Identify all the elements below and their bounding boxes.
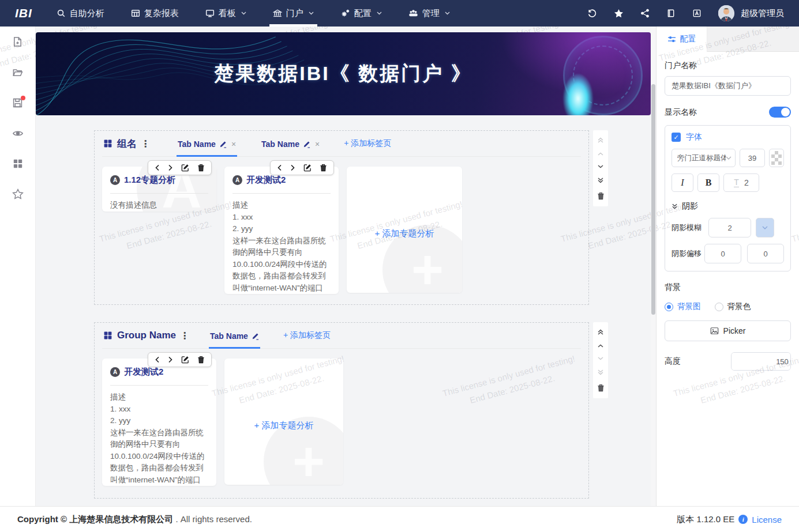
add-tab-button[interactable]: + 添加标签页 [344, 138, 391, 149]
edit-pencil-icon[interactable] [252, 333, 259, 340]
portal-name-input[interactable] [665, 76, 791, 96]
username-label: 超级管理员 [741, 8, 784, 19]
analysis-card[interactable]: A 开发测试2 描述 1. xxx 2. yyy 这样一来在这台路由器所统御的网… [102, 359, 216, 486]
add-analysis-card[interactable]: + 添加专题分析 + [224, 359, 343, 485]
nav-item-self-analysis[interactable]: 自助分析 [57, 0, 104, 27]
bold-button[interactable]: B [697, 173, 719, 192]
tab-item[interactable]: Tab Name [209, 323, 260, 349]
tab-item[interactable]: Tab Name × [177, 131, 237, 157]
move-left-icon[interactable] [277, 164, 282, 171]
preview-eye-icon[interactable] [12, 128, 24, 139]
license-link[interactable]: License [752, 515, 782, 525]
group-grid-icon [103, 331, 112, 340]
user-avatar[interactable] [718, 5, 734, 21]
portal-banner[interactable]: 楚果数据IBI《 数据门户 》 [36, 32, 651, 115]
app-logo[interactable]: IBI [15, 6, 32, 20]
new-file-icon[interactable] [12, 36, 23, 47]
shadow-offset-y-input[interactable] [747, 244, 784, 263]
tab-config[interactable]: 配置 [657, 27, 707, 52]
config-panel: 配置 门户名称 显示名称 ✓ 字体 旁门正道标题体 [656, 27, 799, 506]
delete-card-icon[interactable] [197, 356, 205, 364]
edit-pencil-icon[interactable] [219, 141, 227, 148]
group-more-menu[interactable]: ⋮ [141, 138, 150, 149]
move-right-icon[interactable] [290, 164, 295, 171]
shadow-blur-input[interactable] [708, 218, 751, 237]
move-top-icon[interactable] [597, 329, 604, 335]
display-name-toggle[interactable] [769, 107, 791, 118]
move-top-icon[interactable] [597, 137, 604, 144]
nav-item-portal[interactable]: 门户 [273, 0, 314, 27]
edit-card-icon[interactable] [181, 164, 189, 172]
move-down-icon[interactable] [597, 164, 604, 169]
font-color-swatch[interactable] [769, 149, 784, 167]
move-up-icon[interactable] [597, 344, 604, 348]
nav-item-dashboard[interactable]: 看板 [205, 0, 246, 27]
grid-layout-icon[interactable] [13, 159, 23, 169]
move-right-icon[interactable] [168, 356, 173, 363]
shadow-offset-x-input[interactable] [704, 244, 741, 263]
nav-item-complex-report[interactable]: 复杂报表 [131, 0, 179, 27]
group-row: Group Name ⋮ Tab Name + 添加标签页 [94, 322, 651, 499]
scrollbar-thumb[interactable] [651, 84, 655, 315]
tab-item[interactable]: Tab Name × [260, 131, 321, 157]
translate-doc-icon[interactable] [692, 9, 702, 18]
add-analysis-card[interactable]: + 添加专题分析 + [347, 167, 462, 293]
chevron-down-icon [241, 12, 246, 15]
move-left-icon[interactable] [155, 356, 160, 363]
move-bottom-icon[interactable] [597, 177, 604, 184]
font-checkbox[interactable]: ✓ [672, 133, 681, 142]
move-up-icon[interactable] [597, 152, 604, 156]
display-name-label: 显示名称 [665, 107, 697, 118]
move-bottom-icon[interactable] [597, 369, 604, 376]
portal-canvas: 楚果数据IBI《 数据门户 》 组名 ⋮ Tab Name × [36, 27, 656, 506]
chevron-down-icon [377, 12, 382, 15]
background-label: 背景 [665, 282, 791, 293]
add-tab-button[interactable]: + 添加标签页 [283, 330, 331, 341]
group-name: 组名 [117, 137, 137, 150]
analysis-card[interactable]: A 开发测试2 描述 1. xxx 2. yyy 这样一来在这台路由器所统御的网… [224, 167, 339, 294]
move-right-icon[interactable] [168, 164, 173, 171]
portal-bank-icon [273, 9, 282, 18]
top-navbar: IBI 自助分析 复杂报表 看板 门户 配置 管理 超级管理员 [0, 0, 799, 27]
close-tab-icon[interactable]: × [231, 139, 236, 149]
delete-group-icon[interactable] [597, 192, 605, 200]
close-tab-icon[interactable]: × [315, 139, 320, 149]
shadow-color-select[interactable] [756, 218, 774, 237]
font-size-input[interactable] [740, 149, 765, 167]
edit-card-icon[interactable] [181, 356, 189, 364]
font-family-select[interactable]: 旁门正道标题体 [672, 149, 736, 167]
shadow-blur-label: 阴影模糊 [672, 222, 708, 233]
italic-button[interactable]: I [672, 173, 693, 192]
main-scrollbar[interactable] [651, 27, 656, 506]
nav-item-admin[interactable]: 管理 [408, 0, 450, 27]
unsaved-dot-badge [21, 96, 25, 100]
delete-card-icon[interactable] [197, 164, 205, 172]
group-grid-icon [103, 139, 112, 148]
move-down-icon[interactable] [597, 356, 604, 361]
shadow-collapse-header[interactable]: 阴影 [672, 201, 784, 212]
text-stroke-button[interactable]: T 2 [723, 173, 759, 192]
edit-card-icon[interactable] [303, 164, 312, 172]
group-more-menu[interactable]: ⋮ [180, 330, 189, 341]
nav-item-config[interactable]: 配置 [340, 0, 382, 27]
group-container-1: 组名 ⋮ Tab Name × Tab Name × [94, 130, 589, 305]
open-folder-icon[interactable] [12, 67, 23, 78]
users-icon [408, 9, 418, 18]
favorite-star-icon[interactable] [12, 188, 24, 200]
background-image-radio[interactable]: 背景图 [665, 301, 701, 312]
edit-pencil-icon[interactable] [303, 141, 310, 148]
delete-card-icon[interactable] [320, 164, 327, 172]
favorite-star-icon[interactable] [614, 9, 624, 18]
underline-t-icon: T [734, 178, 739, 187]
history-icon[interactable] [587, 9, 597, 18]
delete-group-icon[interactable] [597, 384, 605, 392]
docs-book-icon[interactable] [666, 9, 676, 18]
radio-unselected-icon [715, 303, 723, 311]
move-left-icon[interactable] [155, 164, 160, 171]
image-picker-button[interactable]: Picker [665, 320, 791, 341]
save-icon[interactable] [12, 97, 23, 108]
share-icon[interactable] [640, 9, 650, 18]
height-input[interactable] [732, 353, 791, 370]
background-color-radio[interactable]: 背景色 [715, 301, 751, 312]
info-icon: i [738, 515, 748, 524]
